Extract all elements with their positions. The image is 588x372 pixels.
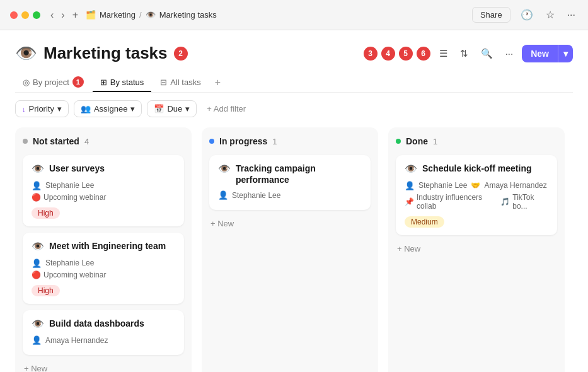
- page-title-row: 👁️ Marketing tasks 2: [15, 43, 188, 64]
- priority-filter[interactable]: ↓ Priority ▾: [15, 100, 69, 117]
- add-tab-button[interactable]: +: [210, 74, 226, 91]
- history-icon[interactable]: 🕐: [518, 6, 536, 23]
- new-button[interactable]: New: [522, 45, 558, 62]
- filter-bar: ↓ Priority ▾ 👥 Assignee ▾ 📅 Due ▾ + Add …: [15, 100, 573, 117]
- breadcrumb-icon: 🗂️: [86, 10, 96, 20]
- badge-4: 4: [381, 47, 395, 61]
- add-new-not-started[interactable]: + New: [23, 361, 184, 372]
- card-meet-engineering-tag: 🔴 Upcoming webinar: [32, 270, 175, 279]
- card-schedule-kickoff[interactable]: 👁️ Schedule kick-off meeting 👤 Stephanie…: [396, 155, 557, 235]
- titlebar-actions: Share 🕐 ☆ ···: [472, 6, 578, 23]
- priority-chevron-icon: ▾: [57, 104, 62, 113]
- due-filter[interactable]: 📅 Due ▾: [147, 100, 197, 117]
- page-title: Marketing tasks: [43, 44, 168, 63]
- card-user-surveys[interactable]: 👁️ User surveys 👤 Stephanie Lee 🔴 Upcomi…: [23, 155, 184, 226]
- by-project-icon: ◎: [23, 78, 30, 87]
- badge-1: 1: [72, 76, 84, 88]
- tabs-row: ◎ By project 1 ⊞ By status ⊟ All tasks +: [15, 73, 573, 93]
- breadcrumb-separator: /: [139, 10, 142, 20]
- tab-by-project[interactable]: ◎ By project 1: [15, 73, 91, 93]
- card-build-dashboards[interactable]: 👁️ Build data dashboards 👤 Amaya Hernand…: [23, 310, 184, 356]
- not-started-count: 4: [84, 137, 89, 146]
- assignee-chevron-icon: ▾: [130, 104, 135, 113]
- card-user-surveys-assignee: 👤 Stephanie Lee: [32, 181, 175, 190]
- in-progress-title: In progress: [219, 136, 267, 146]
- nav-arrows: ‹ › +: [48, 8, 81, 22]
- column-header-in-progress: In progress 1: [209, 136, 371, 146]
- star-icon[interactable]: ☆: [543, 6, 557, 23]
- card-kickoff-assignees: 👤 Stephanie Lee 🤝 Amaya Hernandez: [405, 181, 548, 190]
- breadcrumb-icon2: 👁️: [146, 10, 156, 20]
- assignee-avatar: 👤: [405, 181, 415, 190]
- by-status-label: By status: [110, 78, 144, 87]
- due-icon: 📅: [154, 104, 164, 113]
- assignee-filter-label: Assignee: [94, 104, 127, 113]
- card-tracking-assignee: 👤 Stephanie Lee: [218, 190, 362, 200]
- close-button[interactable]: [10, 11, 18, 19]
- header-right: 3 4 5 6 ☰ ⇅ 🔍 ··· New ▾: [364, 45, 573, 62]
- assignee-separator: 🤝: [471, 181, 480, 190]
- column-not-started: Not started 4 👁️ User surveys 👤 Stephani…: [15, 127, 192, 372]
- badge-5: 5: [399, 47, 413, 61]
- breadcrumb: 🗂️ Marketing / 👁️ Marketing tasks: [86, 10, 472, 20]
- card-kickoff-tags: 📌 Industry influencers collab 🎵 TikTok b…: [405, 193, 548, 211]
- priority-filter-label: Priority: [29, 104, 54, 113]
- add-button[interactable]: +: [70, 8, 81, 22]
- sort-icon[interactable]: ⇅: [456, 45, 472, 62]
- assignee-avatar: 👤: [218, 190, 228, 200]
- due-filter-label: Due: [167, 104, 182, 113]
- card-build-dashboards-assignee: 👤 Amaya Hernandez: [32, 335, 175, 345]
- maximize-button[interactable]: [33, 11, 40, 19]
- done-title: Done: [406, 136, 428, 146]
- more-icon[interactable]: ···: [565, 7, 578, 23]
- main-content: 👁️ Marketing tasks 2 3 4 5 6 ☰ ⇅ 🔍 ··· N…: [0, 30, 588, 372]
- add-new-done[interactable]: + New: [396, 241, 557, 256]
- titlebar: ‹ › + 🗂️ Marketing / 👁️ Marketing tasks …: [0, 0, 588, 30]
- card-user-surveys-title: 👁️ User surveys: [32, 163, 175, 176]
- tab-all-tasks[interactable]: ⊟ All tasks: [153, 74, 208, 92]
- assignee-avatar: 👤: [32, 335, 42, 345]
- filter-icon[interactable]: ☰: [435, 45, 451, 62]
- add-filter-button[interactable]: + Add filter: [202, 101, 251, 117]
- due-chevron-icon: ▾: [185, 104, 190, 113]
- share-button[interactable]: Share: [472, 7, 510, 23]
- all-tasks-icon: ⊟: [160, 78, 167, 87]
- add-new-in-progress[interactable]: + New: [209, 216, 371, 231]
- minimize-button[interactable]: [21, 11, 29, 19]
- in-progress-count: 1: [272, 137, 277, 146]
- badge-6: 6: [417, 47, 430, 61]
- traffic-lights: [10, 11, 40, 19]
- column-header-done: Done 1: [396, 136, 557, 146]
- breadcrumb-part2[interactable]: Marketing tasks: [159, 10, 217, 20]
- search-icon[interactable]: 🔍: [477, 45, 497, 62]
- assignee-avatar: 👤: [32, 181, 42, 190]
- card-icon: 👁️: [32, 240, 44, 253]
- card-icon: 👁️: [32, 318, 44, 331]
- forward-button[interactable]: ›: [59, 8, 67, 22]
- card-build-dashboards-title: 👁️ Build data dashboards: [32, 318, 175, 331]
- tab-by-status[interactable]: ⊞ By status: [93, 74, 151, 92]
- new-button-caret[interactable]: ▾: [558, 45, 573, 62]
- priority-arrow-icon: ↓: [22, 105, 26, 113]
- assignee-avatar: 👤: [32, 259, 42, 268]
- add-filter-label: + Add filter: [207, 104, 246, 113]
- assignee-icon: 👥: [81, 104, 91, 113]
- by-status-icon: ⊞: [100, 78, 107, 87]
- by-project-label: By project: [33, 78, 69, 87]
- breadcrumb-part1[interactable]: Marketing: [100, 10, 135, 20]
- back-button[interactable]: ‹: [48, 8, 56, 22]
- card-user-surveys-tag: 🔴 Upcoming webinar: [32, 193, 175, 202]
- card-tracking-campaign[interactable]: 👁️ Tracking campaign performance 👤 Steph…: [209, 155, 371, 210]
- card-meet-engineering[interactable]: 👁️ Meet with Engineering team 👤 Stephani…: [23, 233, 184, 304]
- column-in-progress: In progress 1 👁️ Tracking campaign perfo…: [202, 127, 378, 372]
- assignee-filter[interactable]: 👥 Assignee ▾: [74, 100, 142, 117]
- kanban-board: Not started 4 👁️ User surveys 👤 Stephani…: [15, 127, 573, 372]
- all-tasks-label: All tasks: [170, 78, 200, 87]
- header-badges: 3 4 5 6: [364, 47, 430, 61]
- card-icon: 👁️: [405, 163, 417, 176]
- priority-badge-medium: Medium: [405, 216, 444, 228]
- done-dot: [396, 139, 401, 144]
- card-icon: 👁️: [218, 163, 231, 176]
- more-options-icon[interactable]: ···: [502, 45, 517, 61]
- column-header-not-started: Not started 4: [23, 136, 184, 146]
